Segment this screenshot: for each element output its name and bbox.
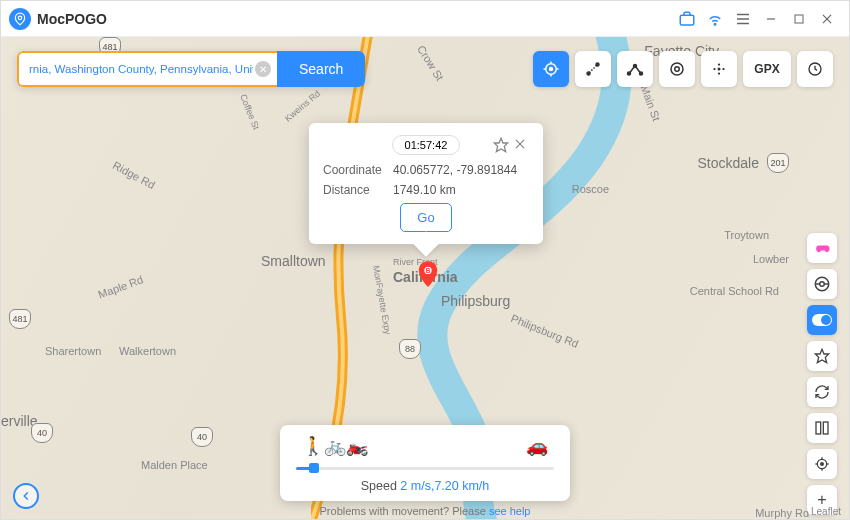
map-label: Philipsburg — [441, 293, 510, 309]
svg-point-21 — [671, 63, 683, 75]
map-label: Ridge Rd — [111, 159, 157, 191]
back-button[interactable] — [13, 483, 39, 509]
app-title: MocPOGO — [37, 11, 107, 27]
walk-mode-icon[interactable]: 🚶 — [302, 435, 324, 457]
speed-slider[interactable] — [296, 463, 554, 473]
menu-icon[interactable] — [729, 5, 757, 33]
favorite-list-icon[interactable] — [807, 341, 837, 371]
search-bar: ✕ Search — [17, 51, 365, 87]
location-pin-icon: B — [417, 261, 439, 283]
svg-marker-38 — [815, 349, 828, 362]
svg-rect-7 — [795, 15, 803, 23]
map-style-icon[interactable] — [807, 413, 837, 443]
minimize-button[interactable] — [757, 5, 785, 33]
svg-point-25 — [722, 68, 724, 70]
refresh-icon[interactable] — [807, 377, 837, 407]
map-label: Murphy Rd — [755, 507, 809, 519]
map-label: Maple Rd — [96, 273, 144, 300]
joystick-mode-button[interactable] — [659, 51, 695, 87]
map-label: Stockdale — [698, 155, 759, 171]
motorbike-mode-icon[interactable]: 🏍️ — [346, 435, 368, 457]
map-label: MonFayette Expy — [371, 265, 393, 336]
svg-point-23 — [718, 68, 721, 71]
map-label: Philipsburg Rd — [509, 312, 580, 350]
bike-mode-icon[interactable]: 🚲 — [324, 435, 346, 457]
location-info-card: 01:57:42 Coordinate40.065772, -79.891844… — [309, 123, 543, 244]
map-label: Main St — [638, 83, 662, 122]
toggle-switch[interactable] — [807, 305, 837, 335]
leaflet-attribution: Leaflet — [811, 506, 841, 517]
maximize-button[interactable] — [785, 5, 813, 33]
highway-shield: 40 — [191, 427, 213, 447]
toolbox-icon[interactable] — [673, 5, 701, 33]
svg-point-15 — [550, 68, 553, 71]
svg-marker-29 — [494, 138, 507, 151]
highway-shield: 201 — [767, 153, 789, 173]
map-label: Troytown — [724, 229, 769, 241]
map-label: Smalltown — [261, 253, 326, 269]
footer-help: Problems with movement? Please see help — [320, 505, 531, 517]
favorite-icon[interactable] — [493, 137, 509, 153]
distance-label: Distance — [323, 183, 393, 197]
gamepad-icon[interactable] — [807, 233, 837, 263]
side-tools: + − — [807, 233, 837, 519]
map-label: Crow St — [415, 43, 446, 83]
clear-search-icon[interactable]: ✕ — [255, 61, 271, 77]
speed-panel: 🚶 🚲 🏍️ 🚗 Speed 2 m/s,7.20 km/h — [280, 425, 570, 501]
svg-point-0 — [18, 16, 22, 20]
close-card-icon[interactable] — [513, 137, 529, 153]
map-label: Central School Rd — [690, 285, 779, 297]
multi-spot-mode-button[interactable] — [617, 51, 653, 87]
svg-point-24 — [713, 68, 715, 70]
close-button[interactable] — [813, 5, 841, 33]
search-button[interactable]: Search — [277, 51, 365, 87]
map-label: Lowber — [753, 253, 789, 265]
svg-point-26 — [718, 63, 720, 65]
map-label: Roscoe — [572, 183, 609, 195]
svg-point-27 — [718, 72, 720, 74]
see-help-link[interactable]: see help — [489, 505, 531, 517]
map-label: Walkertown — [119, 345, 176, 357]
svg-point-22 — [675, 67, 680, 72]
coord-label: Coordinate — [323, 163, 393, 177]
distance-value: 1749.10 km — [393, 183, 456, 197]
svg-point-2 — [714, 23, 716, 25]
cooldown-timer: 01:57:42 — [392, 135, 461, 155]
svg-point-37 — [820, 282, 825, 287]
speed-readout: Speed 2 m/s,7.20 km/h — [296, 479, 554, 493]
highway-shield: 88 — [399, 339, 421, 359]
go-button[interactable]: Go — [400, 203, 451, 232]
history-button[interactable] — [797, 51, 833, 87]
car-mode-icon[interactable]: 🚗 — [526, 435, 548, 457]
svg-rect-39 — [816, 422, 821, 434]
locate-me-icon[interactable] — [807, 449, 837, 479]
map[interactable]: Fayette City Stockdale Roscoe Troytown L… — [1, 37, 849, 519]
mode-toolbar: GPX — [533, 51, 833, 87]
pokeball-icon[interactable] — [807, 269, 837, 299]
svg-rect-40 — [823, 422, 828, 434]
svg-point-42 — [821, 463, 824, 466]
highway-shield: 481 — [9, 309, 31, 329]
map-label: Coffee St — [238, 93, 261, 131]
coord-value: 40.065772, -79.891844 — [393, 163, 517, 177]
svg-text:B: B — [426, 267, 431, 274]
map-label: Kweins Rd — [283, 88, 322, 123]
svg-rect-1 — [680, 15, 694, 25]
titlebar: MocPOGO — [1, 1, 849, 37]
highway-shield: 40 — [31, 423, 53, 443]
map-label: Sharertown — [45, 345, 101, 357]
teleport-mode-button[interactable] — [533, 51, 569, 87]
app-logo — [9, 8, 31, 30]
map-label: Malden Place — [141, 459, 208, 471]
app-window: MocPOGO Fayette City Stockdale Roscoe Tr… — [0, 0, 850, 520]
search-input[interactable] — [17, 51, 277, 87]
jump-teleport-button[interactable] — [701, 51, 737, 87]
wifi-icon[interactable] — [701, 5, 729, 33]
two-spot-mode-button[interactable] — [575, 51, 611, 87]
gpx-button[interactable]: GPX — [743, 51, 791, 87]
